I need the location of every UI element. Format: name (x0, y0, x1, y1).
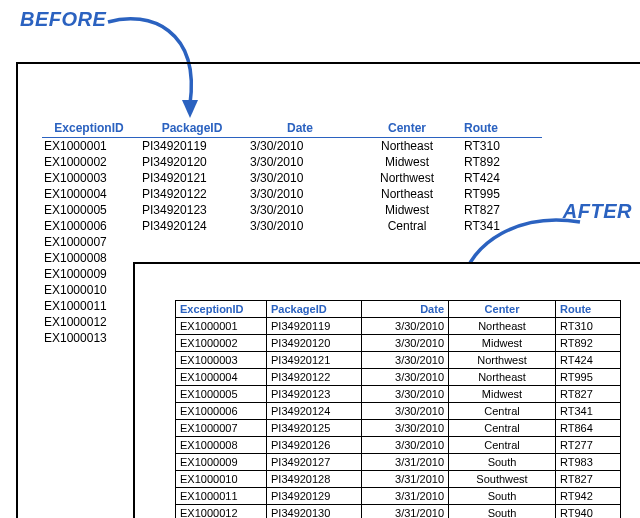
cell-package (138, 234, 246, 250)
table-row: EX1000004PI349201223/30/2010NortheastRT9… (176, 369, 621, 386)
cell-route: RT892 (460, 154, 542, 170)
cell-exception: EX1000008 (42, 250, 138, 266)
col-header-center: Center (354, 120, 460, 138)
cell-route: RT310 (460, 138, 542, 155)
cell-exception: EX1000002 (176, 335, 267, 352)
cell-center: South (449, 488, 556, 505)
table-row: EX1000005PI349201233/30/2010MidwestRT827 (176, 386, 621, 403)
cell-package: PI34920127 (267, 454, 362, 471)
cell-exception: EX1000013 (42, 330, 138, 346)
cell-exception: EX1000011 (42, 298, 138, 314)
cell-package: PI34920126 (267, 437, 362, 454)
cell-date: 3/30/2010 (362, 318, 449, 335)
cell-date: 3/31/2010 (362, 471, 449, 488)
cell-exception: EX1000008 (176, 437, 267, 454)
cell-date: 3/30/2010 (246, 202, 354, 218)
cell-date: 3/30/2010 (362, 352, 449, 369)
cell-center: Central (354, 218, 460, 234)
col-header-center: Center (449, 301, 556, 318)
cell-date: 3/30/2010 (246, 154, 354, 170)
cell-center: Southwest (449, 471, 556, 488)
cell-package: PI34920121 (138, 170, 246, 186)
cell-exception: EX1000003 (42, 170, 138, 186)
cell-date: 3/30/2010 (246, 186, 354, 202)
cell-date: 3/30/2010 (362, 437, 449, 454)
cell-route: RT942 (556, 488, 621, 505)
cell-package: PI34920124 (267, 403, 362, 420)
cell-route: RT827 (556, 471, 621, 488)
table-row: EX1000003PI349201213/30/2010NorthwestRT4… (42, 170, 542, 186)
cell-exception: EX1000007 (42, 234, 138, 250)
cell-center: South (449, 505, 556, 519)
cell-exception: EX1000012 (42, 314, 138, 330)
cell-exception: EX1000009 (42, 266, 138, 282)
cell-route: RT277 (556, 437, 621, 454)
cell-route: RT983 (556, 454, 621, 471)
after-table: ExceptionID PackageID Date Center Route … (175, 300, 621, 518)
cell-date: 3/31/2010 (362, 505, 449, 519)
cell-exception: EX1000005 (42, 202, 138, 218)
table-row: EX1000006PI349201243/30/2010CentralRT341 (42, 218, 542, 234)
table-row: EX1000004PI349201223/30/2010NortheastRT9… (42, 186, 542, 202)
cell-package: PI34920130 (267, 505, 362, 519)
table-row: EX1000002PI349201203/30/2010MidwestRT892 (176, 335, 621, 352)
cell-exception: EX1000003 (176, 352, 267, 369)
cell-date: 3/30/2010 (362, 403, 449, 420)
cell-package: PI34920119 (138, 138, 246, 155)
cell-package: PI34920129 (267, 488, 362, 505)
table-row: EX1000011PI349201293/31/2010SouthRT942 (176, 488, 621, 505)
col-header-package: PackageID (267, 301, 362, 318)
cell-package: PI34920120 (138, 154, 246, 170)
cell-date (246, 234, 354, 250)
cell-exception: EX1000010 (42, 282, 138, 298)
label-before: BEFORE (20, 8, 106, 31)
col-header-exception: ExceptionID (42, 120, 138, 138)
after-table-header-row: ExceptionID PackageID Date Center Route (176, 301, 621, 318)
cell-exception: EX1000001 (176, 318, 267, 335)
cell-date: 3/30/2010 (362, 335, 449, 352)
cell-center: Northeast (354, 138, 460, 155)
cell-route: RT892 (556, 335, 621, 352)
cell-exception: EX1000002 (42, 154, 138, 170)
table-row: EX1000001PI349201193/30/2010NortheastRT3… (176, 318, 621, 335)
cell-date: 3/30/2010 (246, 138, 354, 155)
table-row: EX1000007 (42, 234, 542, 250)
cell-exception: EX1000006 (176, 403, 267, 420)
cell-route: RT341 (460, 218, 542, 234)
cell-date: 3/31/2010 (362, 488, 449, 505)
cell-route (460, 234, 542, 250)
cell-center: Midwest (354, 154, 460, 170)
cell-exception: EX1000007 (176, 420, 267, 437)
cell-center: Midwest (449, 335, 556, 352)
cell-date: 3/30/2010 (246, 218, 354, 234)
cell-route: RT827 (556, 386, 621, 403)
table-row: EX1000002PI349201203/30/2010MidwestRT892 (42, 154, 542, 170)
cell-package: PI34920123 (138, 202, 246, 218)
cell-exception: EX1000009 (176, 454, 267, 471)
cell-center: Northwest (449, 352, 556, 369)
cell-package: PI34920120 (267, 335, 362, 352)
cell-date: 3/30/2010 (362, 386, 449, 403)
cell-center: Northeast (354, 186, 460, 202)
col-header-route: Route (460, 120, 542, 138)
col-header-exception: ExceptionID (176, 301, 267, 318)
cell-package: PI34920121 (267, 352, 362, 369)
cell-center: Northeast (449, 318, 556, 335)
cell-route: RT864 (556, 420, 621, 437)
cell-route: RT995 (460, 186, 542, 202)
cell-exception: EX1000006 (42, 218, 138, 234)
cell-package: PI34920124 (138, 218, 246, 234)
cell-exception: EX1000001 (42, 138, 138, 155)
col-header-date: Date (362, 301, 449, 318)
table-row: EX1000008PI349201263/30/2010CentralRT277 (176, 437, 621, 454)
table-row: EX1000010PI349201283/31/2010SouthwestRT8… (176, 471, 621, 488)
cell-date: 3/30/2010 (362, 369, 449, 386)
cell-center: Northeast (449, 369, 556, 386)
table-row: EX1000005PI349201233/30/2010MidwestRT827 (42, 202, 542, 218)
cell-date: 3/31/2010 (362, 454, 449, 471)
cell-package: PI34920122 (267, 369, 362, 386)
cell-center: Central (449, 420, 556, 437)
cell-route: RT424 (556, 352, 621, 369)
col-header-date: Date (246, 120, 354, 138)
cell-route: RT310 (556, 318, 621, 335)
